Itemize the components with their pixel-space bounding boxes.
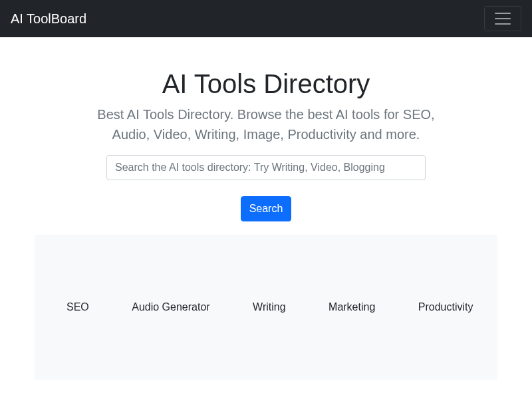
navbar-brand[interactable]: AI ToolBoard (11, 8, 86, 30)
category-item-seo[interactable]: SEO (66, 301, 89, 313)
hamburger-icon (495, 13, 511, 25)
search-input[interactable] (106, 155, 426, 180)
category-item-writing[interactable]: Writing (253, 301, 286, 313)
category-item-productivity[interactable]: Productivity (418, 301, 473, 313)
search-button[interactable]: Search (241, 196, 292, 221)
navbar-toggler-button[interactable] (484, 6, 521, 31)
navbar: AI ToolBoard (0, 0, 532, 37)
page-title: AI Tools Directory (66, 69, 466, 99)
category-item-audio-generator[interactable]: Audio Generator (132, 301, 209, 313)
page-subtitle: Best AI Tools Directory. Browse the best… (66, 104, 466, 144)
hero-section: AI Tools Directory Best AI Tools Directo… (66, 37, 466, 221)
search-form (66, 155, 466, 180)
category-item-marketing[interactable]: Marketing (329, 301, 375, 313)
categories-section: SEO Audio Generator Writing Marketing Pr… (35, 235, 497, 380)
